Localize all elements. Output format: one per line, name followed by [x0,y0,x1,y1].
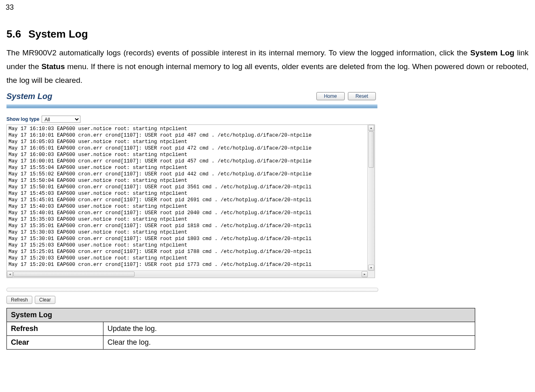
reset-button[interactable]: Reset [348,92,376,100]
divider-band [6,104,377,108]
para-text: menu. If there is not enough internal me… [6,62,529,84]
para-bold-status: Status [41,62,65,71]
log-line: May 17 15:55:02 EAP600 cron.err crond[11… [8,171,366,177]
horizontal-scrollbar[interactable]: ◄ ► [7,270,368,278]
log-type-label: Show log type [6,116,39,122]
log-line: May 17 15:35:03 EAP600 user.notice root:… [8,216,366,223]
log-line: May 17 15:50:04 EAP600 user.notice root:… [8,177,366,184]
heading-text: System Log [28,28,88,40]
divider-bar [6,288,378,292]
scroll-down-icon[interactable]: ▼ [368,265,374,271]
row-label: Clear [7,335,103,349]
log-line: May 17 15:40:03 EAP600 user.notice root:… [8,203,366,210]
heading-number: 5.6 [6,28,21,40]
log-line: May 17 15:45:01 EAP600 cron.err crond[11… [8,197,366,203]
log-line: May 17 15:50:01 EAP600 cron.err crond[11… [8,184,366,190]
table-header-row: System Log [7,308,475,322]
table-row: Refresh Update the log. [7,322,475,335]
log-line: May 17 15:25:01 EAP600 cron.err crond[11… [8,249,366,255]
log-line: May 17 15:55:04 EAP600 user.notice root:… [8,164,366,171]
home-button[interactable]: Home [316,92,345,100]
table-row: Clear Clear the log. [7,335,475,349]
scroll-thumb-horizontal[interactable] [13,272,135,277]
scroll-left-icon[interactable]: ◄ [7,271,13,277]
scroll-corner [368,271,375,278]
log-line: May 17 16:00:03 EAP600 user.notice root:… [8,152,366,158]
log-line: May 17 16:00:01 EAP600 cron.err crond[11… [8,158,366,164]
table-header-cell: System Log [7,308,475,322]
log-line: May 17 16:05:01 EAP600 cron.err crond[11… [8,145,366,152]
page-number: 33 [6,3,535,12]
clear-button[interactable]: Clear [35,296,55,304]
section-heading: 5.6System Log [6,28,529,40]
log-textarea[interactable]: May 17 16:10:03 EAP600 user.notice root:… [6,124,375,278]
log-line: May 17 15:40:01 EAP600 cron.err crond[11… [8,210,366,216]
log-line: May 17 15:35:01 EAP600 cron.err crond[11… [8,223,366,229]
row-label: Refresh [7,322,103,335]
para-bold-systemlog: System Log [470,48,514,57]
row-desc: Update the log. [103,322,475,335]
log-line: May 17 16:10:01 EAP600 cron.err crond[11… [8,132,366,139]
log-content: May 17 16:10:03 EAP600 user.notice root:… [7,125,368,271]
log-line: May 17 16:10:03 EAP600 user.notice root:… [8,126,366,132]
log-type-select[interactable]: All [42,116,80,123]
system-log-screenshot: System Log Home Reset Show log type All … [6,92,377,304]
log-line: May 17 15:45:03 EAP600 user.notice root:… [8,190,366,197]
refresh-button[interactable]: Refresh [6,296,32,304]
scroll-up-icon[interactable]: ▲ [368,125,374,131]
para-text: The MR900V2 automatically logs (records)… [6,48,470,57]
intro-paragraph: The MR900V2 automatically logs (records)… [6,46,529,88]
log-line: May 17 15:30:01 EAP600 cron.err crond[11… [8,236,366,242]
scroll-right-icon[interactable]: ► [362,271,368,277]
scroll-thumb-vertical[interactable] [369,131,374,168]
panel-title: System Log [6,92,52,101]
log-line: May 17 15:30:03 EAP600 user.notice root:… [8,229,366,236]
log-line: May 17 15:20:01 EAP600 cron.err crond[11… [8,261,366,268]
row-desc: Clear the log. [103,335,475,349]
log-line: May 17 16:05:03 EAP600 user.notice root:… [8,139,366,145]
log-line: May 17 15:20:03 EAP600 user.notice root:… [8,255,366,261]
description-table: System Log Refresh Update the log. Clear… [6,308,475,350]
log-line: May 17 15:25:03 EAP600 user.notice root:… [8,242,366,249]
vertical-scrollbar[interactable]: ▲ ▼ [367,125,375,271]
